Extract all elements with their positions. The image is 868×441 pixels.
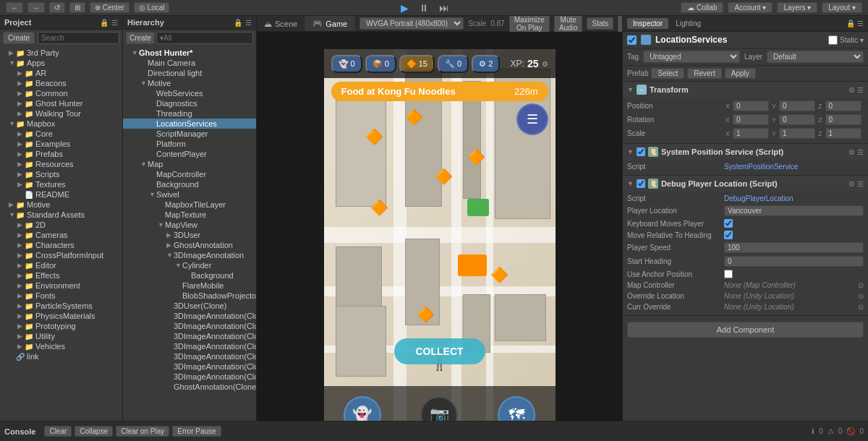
layers-btn[interactable]: Layers ▾ <box>777 2 817 13</box>
project-menu-btn[interactable]: ☰ <box>111 19 118 27</box>
hier-platform[interactable]: Platform <box>123 139 256 149</box>
mute-audio-btn[interactable]: Mute Audio <box>554 16 583 34</box>
project-item-utility[interactable]: ▶📁Utility <box>0 331 122 341</box>
pos-x[interactable] <box>733 100 769 111</box>
console-clear-btn[interactable]: Clear <box>44 426 72 437</box>
project-item-apps[interactable]: ▼📁Apps <box>0 58 122 68</box>
hier-annotation-clone7[interactable]: 3DImageAnnotation(Clone... <box>123 372 256 382</box>
start-heading-input[interactable] <box>724 256 864 267</box>
tab-scene[interactable]: ⛰ Scene <box>257 16 305 31</box>
prefab-select-btn[interactable]: Select <box>651 68 684 79</box>
scale-y[interactable] <box>779 128 815 139</box>
hier-annotation-clone6[interactable]: 3DImageAnnotation(Clone... <box>123 361 256 372</box>
debug-player-menu-btn[interactable]: ☰ <box>857 180 864 188</box>
icon-btn-1[interactable]: 👻 0 <box>331 55 362 73</box>
project-item-particles[interactable]: ▶📁ParticleSystems <box>0 301 122 311</box>
keyboard-moves-checkbox[interactable] <box>724 219 733 228</box>
collab-btn[interactable]: ☁ Collab <box>681 2 723 13</box>
layout-btn[interactable]: Layout ▾ <box>822 2 862 13</box>
tab-game[interactable]: 🎮 Game <box>305 16 355 31</box>
transform-settings-btn[interactable]: ⚙ <box>848 86 855 94</box>
project-item-2d[interactable]: ▶📁2D <box>0 220 122 230</box>
project-item-walkingtour[interactable]: ▶📁Walking Tour <box>0 108 122 119</box>
refresh-btn[interactable]: ↺ <box>49 2 65 13</box>
hierarchy-lock-btn[interactable]: 🔒 <box>234 19 242 27</box>
prefab-revert-btn[interactable]: Revert <box>687 68 721 79</box>
hier-ghostannotation-clone[interactable]: GhostAnnotation(Clone... <box>123 382 256 392</box>
center-btn[interactable]: ⊕ Center <box>90 2 129 13</box>
console-collapse-btn[interactable]: Collapse <box>75 426 113 437</box>
project-item-vehicles[interactable]: ▶📁Vehicles <box>0 341 122 351</box>
hierarchy-search-input[interactable] <box>156 32 253 44</box>
project-item-ghosthunter[interactable]: ▶📁Ghost Hunter <box>0 98 122 108</box>
hier-annotation-clone3[interactable]: 3DImageAnnotation(Clone... <box>123 331 256 341</box>
play-btn[interactable]: ▶ <box>398 2 412 14</box>
project-item-prototyping[interactable]: ▶📁Prototyping <box>0 321 122 331</box>
resolution-select[interactable]: WVGA Portrait (480x800) <box>359 17 464 30</box>
project-item-crossplatform[interactable]: ▶📁CrossPlatformInput <box>0 250 122 260</box>
hier-diagnostics[interactable]: Diagnostics <box>123 98 256 108</box>
project-item-textures[interactable]: ▶📁Textures <box>0 179 122 189</box>
hier-blobshadow[interactable]: BlobShadowProjector <box>123 291 256 301</box>
hier-mapview[interactable]: ▼MapView <box>123 220 256 230</box>
gameobj-active-checkbox[interactable] <box>627 35 637 45</box>
account-btn[interactable]: Account ▾ <box>728 2 773 13</box>
system-pos-active[interactable] <box>637 147 645 156</box>
scale-z[interactable] <box>825 128 861 139</box>
hier-background1[interactable]: Background <box>123 179 256 189</box>
hier-annotation-clone5[interactable]: 3DImageAnnotation(Clone... <box>123 351 256 361</box>
stats-btn[interactable]: Stats <box>587 17 613 30</box>
project-item-ar[interactable]: ▶📁AR <box>0 68 122 78</box>
back-btn[interactable]: ← <box>6 2 23 13</box>
prefab-apply-btn[interactable]: Apply <box>725 68 756 79</box>
static-checkbox[interactable] <box>828 35 838 45</box>
tag-select[interactable]: Untagged <box>643 51 740 63</box>
hier-webservices[interactable]: WebServices <box>123 88 256 98</box>
project-item-environment[interactable]: ▶📁Environment <box>0 281 122 291</box>
project-item-prefabs[interactable]: ▶📁Prefabs <box>0 149 122 159</box>
override-location-select-btn[interactable]: ⊙ <box>858 292 864 300</box>
pos-y[interactable] <box>779 100 815 111</box>
project-create-btn[interactable]: Create <box>3 32 35 44</box>
hier-scriptmanager[interactable]: ScriptManager <box>123 129 256 139</box>
hier-swivel[interactable]: ▼Swivel <box>123 189 256 200</box>
pos-z[interactable] <box>825 100 861 111</box>
player-speed-input[interactable] <box>724 242 864 253</box>
project-item-mapbox[interactable]: ▼📁Mapbox <box>0 119 122 129</box>
project-item-core[interactable]: ▶📁Core <box>0 129 122 139</box>
system-pos-header[interactable]: ▼ 📜 System Position Service (Script) ⚙ ☰ <box>623 144 868 160</box>
grid-btn[interactable]: ⊞ <box>69 2 85 13</box>
inspector-menu-btn[interactable]: ☰ <box>857 20 864 27</box>
hier-locationservices[interactable]: LocationServices <box>123 119 256 129</box>
transform-menu-btn[interactable]: ☰ <box>857 86 864 94</box>
project-item-fonts[interactable]: ▶📁Fonts <box>0 291 122 301</box>
maximize-on-play-btn[interactable]: Maximize On Play <box>509 16 550 34</box>
rot-x[interactable] <box>733 114 769 125</box>
hier-main-camera[interactable]: Main Camera <box>123 58 256 68</box>
tab-inspector[interactable]: Inspector <box>627 18 668 29</box>
ghost-btn[interactable]: 👻 <box>344 396 381 421</box>
system-pos-settings-btn[interactable]: ⚙ <box>848 148 855 156</box>
project-item-examples[interactable]: ▶📁Examples <box>0 139 122 149</box>
move-relative-checkbox[interactable] <box>724 231 733 239</box>
map-btn[interactable]: 🗺 <box>498 396 535 421</box>
hier-3duser-clone[interactable]: 3DUser(Clone) <box>123 301 256 311</box>
camera-btn[interactable]: 📷 <box>420 396 458 421</box>
hier-mapboxtilelayer[interactable]: MapboxTileLayer <box>123 200 256 210</box>
project-item-motive[interactable]: ▶📁Motive <box>0 200 122 210</box>
project-lock-btn[interactable]: 🔒 <box>100 19 109 27</box>
add-component-button[interactable]: Add Component <box>627 322 864 338</box>
step-btn[interactable]: ⏭ <box>436 2 452 14</box>
project-item-editor[interactable]: ▶📁Editor <box>0 260 122 270</box>
hierarchy-create-btn[interactable]: Create <box>126 32 155 44</box>
hier-map[interactable]: ▼Map <box>123 159 256 169</box>
hier-annotation-clone2[interactable]: 3DImageAnnotation(Clone... <box>123 321 256 331</box>
icon-btn-5[interactable]: ⚙ 2 <box>472 55 500 73</box>
map-controller-select-btn[interactable]: ⊙ <box>858 281 864 289</box>
icon-btn-3[interactable]: 🔶 15 <box>399 55 435 73</box>
player-location-input[interactable] <box>724 205 864 216</box>
hier-3dimageannotation[interactable]: ▼3DImageAnnotation <box>123 250 256 260</box>
debug-player-active[interactable] <box>637 179 645 188</box>
hier-annotation-clone1[interactable]: 3DImageAnnotation(Clone... <box>123 311 256 321</box>
forward-btn[interactable]: → <box>27 2 45 13</box>
